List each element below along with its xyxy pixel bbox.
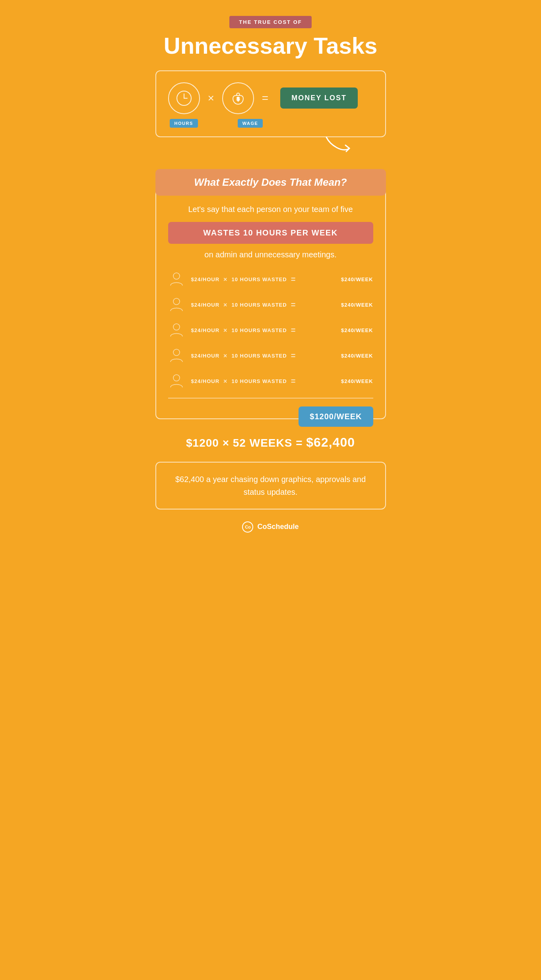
person-calc-1: $24/HOUR × 10 HOURS WASTED = $240/WEEK bbox=[191, 300, 373, 309]
svg-point-5 bbox=[173, 298, 180, 305]
content-box: Let's say that each person on your team … bbox=[155, 189, 386, 419]
person-row-0: $24/HOUR × 10 HOURS WASTED = $240/WEEK bbox=[168, 270, 373, 289]
person-calc-4: $24/HOUR × 10 HOURS WASTED = $240/WEEK bbox=[191, 377, 373, 386]
person-equals-2: = bbox=[291, 326, 297, 335]
person-icon-1 bbox=[168, 296, 185, 314]
what-mean-text: What Exactly Does That Mean? bbox=[194, 176, 347, 188]
person-row-3: $24/HOUR × 10 HOURS WASTED = $240/WEEK bbox=[168, 347, 373, 365]
summary-text: $62,400 a year chasing down graphics, ap… bbox=[171, 473, 371, 498]
svg-point-6 bbox=[173, 324, 180, 330]
annual-calc: $1200 × 52 WEEKS = $62,400 bbox=[155, 435, 386, 450]
person-calc-0: $24/HOUR × 10 HOURS WASTED = $240/WEEK bbox=[191, 275, 373, 284]
overlap-section: What Exactly Does That Mean? Let's say t… bbox=[155, 169, 386, 419]
person-rows-container: $24/HOUR × 10 HOURS WASTED = $240/WEEK $… bbox=[168, 270, 373, 391]
svg-point-8 bbox=[173, 375, 180, 381]
brand-name: CoSchedule bbox=[257, 523, 299, 531]
person-icon-4 bbox=[168, 372, 185, 391]
waste-banner-text: WASTES 10 HOURS PER WEEK bbox=[203, 228, 337, 237]
person-hours-1: 10 HOURS WASTED bbox=[231, 302, 287, 308]
moneybag-icon-container: $ bbox=[222, 82, 254, 114]
person-multiply-2: × bbox=[223, 327, 227, 334]
person-equals-1: = bbox=[291, 300, 297, 309]
person-rate-3: $24/HOUR bbox=[191, 353, 220, 359]
person-rate-4: $24/HOUR bbox=[191, 378, 220, 384]
what-mean-box: What Exactly Does That Mean? bbox=[155, 169, 386, 196]
person-row-2: $24/HOUR × 10 HOURS WASTED = $240/WEEK bbox=[168, 321, 373, 340]
header: THE TRUE COST OF Unnecessary Tasks bbox=[155, 16, 386, 58]
person-calc-3: $24/HOUR × 10 HOURS WASTED = $240/WEEK bbox=[191, 351, 373, 360]
person-multiply-1: × bbox=[223, 301, 227, 309]
person-multiply-3: × bbox=[223, 352, 227, 360]
hours-label: HOURS bbox=[170, 119, 198, 128]
moneybag-icon: $ bbox=[230, 90, 246, 107]
person-rate-0: $24/HOUR bbox=[191, 276, 220, 282]
person-multiply-0: × bbox=[223, 276, 227, 283]
divider bbox=[168, 398, 373, 399]
total-badge: $1200/WEEK bbox=[299, 406, 373, 427]
person-hours-3: 10 HOURS WASTED bbox=[231, 353, 287, 359]
person-equals-4: = bbox=[291, 377, 297, 386]
person-result-2: $240/WEEK bbox=[341, 327, 373, 333]
summary-box: $62,400 a year chasing down graphics, ap… bbox=[155, 462, 386, 509]
equals-operator: = bbox=[262, 92, 268, 105]
person-multiply-4: × bbox=[223, 378, 227, 385]
svg-point-4 bbox=[173, 273, 180, 279]
person-row-1: $24/HOUR × 10 HOURS WASTED = $240/WEEK bbox=[168, 296, 373, 314]
person-result-4: $240/WEEK bbox=[341, 378, 373, 384]
total-container: $1200/WEEK bbox=[168, 404, 373, 406]
person-hours-2: 10 HOURS WASTED bbox=[231, 327, 287, 333]
wage-label: WAGE bbox=[238, 119, 263, 128]
main-title: Unnecessary Tasks bbox=[155, 33, 386, 58]
formula-labels: HOURS WAGE bbox=[168, 119, 373, 128]
person-rate-2: $24/HOUR bbox=[191, 327, 220, 333]
arrow-icon bbox=[322, 133, 354, 165]
person-icon-2 bbox=[168, 321, 185, 340]
waste-banner: WASTES 10 HOURS PER WEEK bbox=[168, 222, 373, 244]
svg-text:$: $ bbox=[237, 96, 240, 102]
header-badge: THE TRUE COST OF bbox=[229, 16, 311, 28]
person-equals-0: = bbox=[291, 275, 297, 284]
coschedule-logo-icon: Co bbox=[242, 521, 253, 533]
clock-icon-container bbox=[168, 82, 200, 114]
formula-row: × $ = MONEY LOST bbox=[168, 82, 373, 114]
person-rate-1: $24/HOUR bbox=[191, 302, 220, 308]
person-row-4: $24/HOUR × 10 HOURS WASTED = $240/WEEK bbox=[168, 372, 373, 391]
svg-point-7 bbox=[173, 349, 180, 356]
multiply-operator-1: × bbox=[208, 92, 214, 105]
admin-text: on admin and unnecessary meetings. bbox=[168, 250, 373, 259]
person-result-0: $240/WEEK bbox=[341, 276, 373, 282]
formula-box: × $ = MONEY LOST HOURS WAGE bbox=[155, 70, 386, 137]
person-calc-2: $24/HOUR × 10 HOURS WASTED = $240/WEEK bbox=[191, 326, 373, 335]
arrow-container bbox=[155, 137, 386, 161]
footer: Co CoSchedule bbox=[155, 521, 386, 533]
person-icon-3 bbox=[168, 347, 185, 365]
clock-icon bbox=[176, 90, 192, 107]
annual-result: $62,400 bbox=[306, 435, 355, 449]
page-container: THE TRUE COST OF Unnecessary Tasks × $ bbox=[136, 0, 406, 552]
person-hours-0: 10 HOURS WASTED bbox=[231, 276, 287, 282]
intro-text: Let's say that each person on your team … bbox=[168, 204, 373, 215]
person-result-3: $240/WEEK bbox=[341, 353, 373, 359]
person-hours-4: 10 HOURS WASTED bbox=[231, 378, 287, 384]
person-icon-0 bbox=[168, 270, 185, 289]
person-result-1: $240/WEEK bbox=[341, 302, 373, 308]
annual-calc-text: $1200 × 52 WEEKS = bbox=[186, 437, 306, 449]
person-equals-3: = bbox=[291, 351, 297, 360]
money-lost-badge: MONEY LOST bbox=[280, 88, 358, 109]
